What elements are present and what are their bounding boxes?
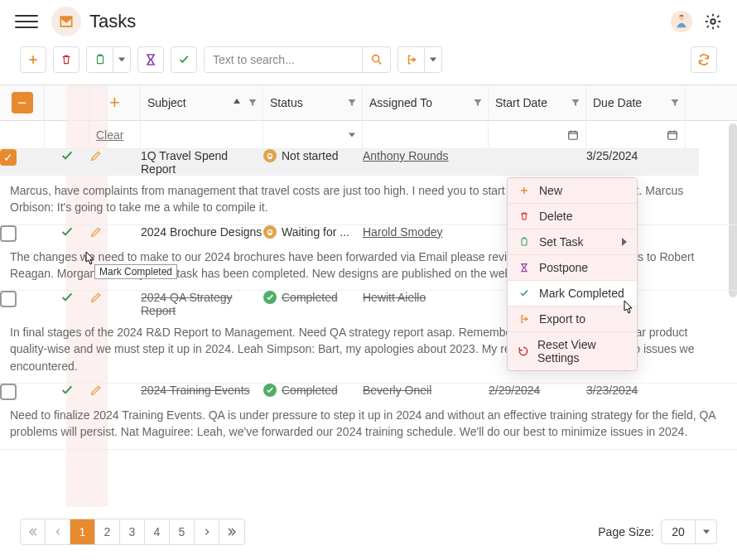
toolbar <box>0 43 737 84</box>
menu-postpone[interactable]: Postpone <box>508 255 637 281</box>
assignee-cell[interactable]: Hewitt Aiello <box>363 291 489 317</box>
status-cell: Completed <box>263 291 363 317</box>
pager-next[interactable] <box>195 519 219 544</box>
subject-cell[interactable]: 2024 Brochure Designs <box>141 225 263 242</box>
column-status-label: Status <box>270 96 303 109</box>
svg-rect-4 <box>569 131 578 138</box>
subject-cell[interactable]: 2024 QA Strategy Report <box>141 291 263 317</box>
svg-rect-9 <box>268 234 271 234</box>
svg-rect-5 <box>668 131 677 138</box>
pagesize-select[interactable]: 20 <box>661 519 717 544</box>
clipboard-icon <box>518 236 531 248</box>
column-assigned-to[interactable]: Assigned To <box>363 85 489 120</box>
filter-icon[interactable] <box>248 98 258 108</box>
postpone-button[interactable] <box>137 46 164 73</box>
row-description: Need to finalize 2024 Training Events. Q… <box>0 400 737 450</box>
filter-icon[interactable] <box>473 98 483 108</box>
column-status[interactable]: Status <box>263 85 363 120</box>
user-avatar[interactable] <box>671 11 692 32</box>
pager-page-3[interactable]: 3 <box>120 519 145 544</box>
complete-column[interactable] <box>45 85 89 120</box>
menu-new[interactable]: New <box>508 178 637 204</box>
set-task-button[interactable] <box>86 46 131 73</box>
edit-row[interactable] <box>89 225 141 242</box>
app-header: Tasks <box>0 0 737 43</box>
column-start-date[interactable]: Start Date <box>489 85 586 120</box>
edit-row[interactable] <box>89 291 141 317</box>
pager-prev[interactable] <box>46 519 70 544</box>
row-checkbox[interactable]: ✓ <box>0 149 45 176</box>
menu-reset-view[interactable]: Reset View Settings <box>508 332 637 370</box>
pager-last[interactable] <box>219 519 244 544</box>
delete-button[interactable] <box>53 46 79 73</box>
collapse-all-button[interactable]: − <box>0 85 45 120</box>
menu-delete[interactable]: Delete <box>508 204 637 229</box>
page-title: Tasks <box>89 11 136 32</box>
assignee-cell[interactable]: Anthony Rounds <box>363 149 489 176</box>
search-input[interactable] <box>205 47 362 72</box>
pager-page-5[interactable]: 5 <box>170 519 195 544</box>
new-button[interactable] <box>20 46 46 73</box>
check-icon <box>518 288 531 298</box>
trash-icon <box>518 210 531 222</box>
filter-status[interactable] <box>263 121 363 149</box>
column-due-date[interactable]: Due Date <box>586 85 686 120</box>
add-column-button[interactable]: + <box>89 85 141 120</box>
settings-button[interactable] <box>704 12 722 31</box>
column-assigned-label: Assigned To <box>369 96 432 109</box>
menu-export-to[interactable]: Export to <box>508 307 637 332</box>
svg-point-1 <box>711 19 715 24</box>
filter-icon[interactable] <box>670 98 680 108</box>
mark-complete-cell[interactable] <box>45 291 89 317</box>
export-button[interactable] <box>397 46 442 73</box>
status-cell: Completed <box>263 384 363 400</box>
row-checkbox[interactable] <box>0 384 45 400</box>
start-cell: 2/29/2024 <box>489 384 586 400</box>
hourglass-icon <box>518 262 531 273</box>
svg-point-3 <box>372 56 378 62</box>
filter-subject[interactable] <box>141 121 263 149</box>
column-due-label: Due Date <box>593 96 642 109</box>
svg-rect-7 <box>268 157 271 158</box>
row-checkbox[interactable] <box>0 225 45 242</box>
edit-row[interactable] <box>89 384 141 400</box>
menu-button[interactable] <box>15 10 38 33</box>
refresh-button[interactable] <box>691 46 717 73</box>
context-menu: New Delete Set Task Postpone Mark Comple… <box>507 177 638 371</box>
svg-rect-10 <box>522 239 527 245</box>
start-cell <box>489 149 586 176</box>
pagesize-label: Page Size: <box>598 525 654 538</box>
svg-rect-2 <box>97 56 103 63</box>
menu-set-task[interactable]: Set Task <box>508 229 637 255</box>
subject-cell[interactable]: 1Q Travel Spend Report <box>141 149 263 176</box>
mark-completed-button[interactable] <box>171 46 197 73</box>
subject-cell[interactable]: 2024 Training Events <box>141 384 263 400</box>
pager-page-4[interactable]: 4 <box>145 519 170 544</box>
pager-first[interactable] <box>21 519 46 544</box>
filter-assigned[interactable] <box>363 121 489 149</box>
column-start-label: Start Date <box>495 96 547 109</box>
clear-filters-link[interactable]: Clear <box>89 121 141 149</box>
pager-page-1[interactable]: 1 <box>70 519 95 544</box>
assignee-cell[interactable]: Harold Smodey <box>363 225 489 242</box>
filter-start[interactable] <box>489 121 586 149</box>
status-cell: Waiting for ... <box>263 225 363 242</box>
pager-page-2[interactable]: 2 <box>95 519 120 544</box>
assignee-cell[interactable]: Beverly Oneil <box>363 384 489 400</box>
pager: 12345 Page Size: 20 <box>0 512 737 553</box>
mark-complete-cell[interactable] <box>45 384 89 400</box>
filter-icon[interactable] <box>571 98 580 108</box>
column-subject[interactable]: Subject <box>141 85 263 120</box>
edit-row[interactable] <box>89 149 141 176</box>
mark-complete-cell[interactable] <box>45 225 89 242</box>
status-cell: Not started <box>263 149 363 176</box>
row-checkbox[interactable] <box>0 291 45 317</box>
filter-due[interactable] <box>586 121 686 149</box>
export-icon <box>518 314 531 324</box>
mark-complete-cell[interactable] <box>45 149 89 176</box>
reset-icon <box>518 345 529 357</box>
chevron-right-icon <box>622 238 627 246</box>
menu-mark-completed[interactable]: Mark Completed <box>508 281 637 307</box>
filter-icon[interactable] <box>347 98 357 108</box>
search-button[interactable] <box>362 47 390 72</box>
